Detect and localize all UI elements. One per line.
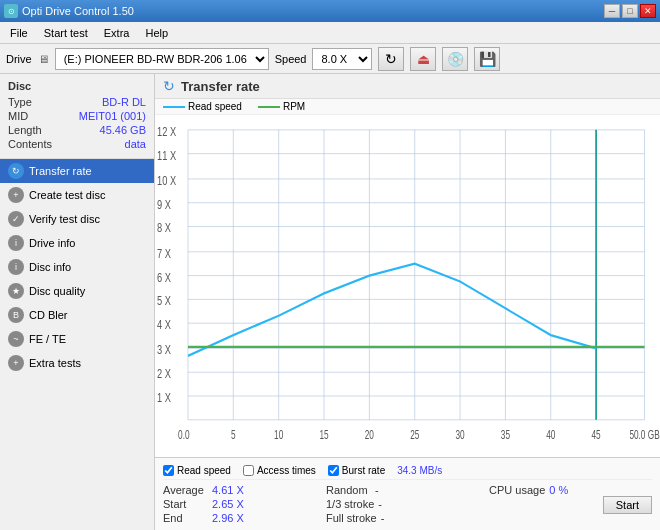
- disc-length-value: 45.46 GB: [100, 124, 146, 136]
- nav-create-test-disc[interactable]: + Create test disc: [0, 183, 154, 207]
- nav-icon-cd-bler: B: [8, 307, 24, 323]
- nav-icon-disc-info: i: [8, 259, 24, 275]
- menu-bar: File Start test Extra Help: [0, 22, 660, 44]
- chart-area: 12 X 11 X 10 X 9 X 8 X 7 X 6 X 5 X 4 X 3…: [155, 115, 660, 457]
- close-button[interactable]: ✕: [640, 4, 656, 18]
- svg-text:10: 10: [274, 429, 283, 442]
- nav-label-verify: Verify test disc: [29, 213, 100, 225]
- svg-text:3 X: 3 X: [157, 343, 171, 357]
- menu-extra[interactable]: Extra: [96, 25, 138, 41]
- chart-title: Transfer rate: [181, 79, 260, 94]
- speed-label: Speed: [275, 53, 307, 65]
- nav-icon-disc-quality: ★: [8, 283, 24, 299]
- nav-label-create-test: Create test disc: [29, 189, 105, 201]
- cpu-label: CPU usage: [489, 484, 545, 496]
- cb-access-times[interactable]: Access times: [243, 465, 316, 476]
- svg-text:8 X: 8 X: [157, 221, 171, 235]
- disc-section-title: Disc: [8, 80, 146, 92]
- drive-bar: Drive 🖥 (E:) PIONEER BD-RW BDR-206 1.06 …: [0, 44, 660, 74]
- end-value: 2.96 X: [212, 512, 244, 524]
- svg-text:4 X: 4 X: [157, 317, 171, 331]
- fullstroke-value: -: [381, 512, 385, 524]
- restore-button[interactable]: □: [622, 4, 638, 18]
- menu-help[interactable]: Help: [137, 25, 176, 41]
- stroke1-value: -: [378, 498, 382, 510]
- nav-icon-create-test: +: [8, 187, 24, 203]
- nav-icon-verify: ✓: [8, 211, 24, 227]
- menu-file[interactable]: File: [2, 25, 36, 41]
- sidebar: Disc Type BD-R DL MID MEIT01 (001) Lengt…: [0, 74, 155, 530]
- svg-text:12 X: 12 X: [157, 124, 176, 138]
- start-label: Start: [163, 498, 208, 510]
- nav-drive-info[interactable]: i Drive info: [0, 231, 154, 255]
- svg-text:40: 40: [546, 429, 555, 442]
- chart-legend: Read speed RPM: [155, 99, 660, 115]
- svg-text:35: 35: [501, 429, 510, 442]
- nav-icon-fe-te: ~: [8, 331, 24, 347]
- minimize-button[interactable]: ─: [604, 4, 620, 18]
- nav-label-disc-info: Disc info: [29, 261, 71, 273]
- svg-text:30: 30: [455, 429, 464, 442]
- disc-section: Disc Type BD-R DL MID MEIT01 (001) Lengt…: [0, 74, 154, 159]
- stats-area: Read speed Access times Burst rate 34.3 …: [155, 457, 660, 530]
- transfer-rate-chart: 12 X 11 X 10 X 9 X 8 X 7 X 6 X 5 X 4 X 3…: [155, 115, 660, 457]
- average-value: 4.61 X: [212, 484, 244, 496]
- svg-text:15: 15: [319, 429, 328, 442]
- legend-read-speed: Read speed: [163, 101, 242, 112]
- nav-icon-drive-info: i: [8, 235, 24, 251]
- nav-fe-te[interactable]: ~ FE / TE: [0, 327, 154, 351]
- svg-text:45: 45: [592, 429, 601, 442]
- drive-select[interactable]: (E:) PIONEER BD-RW BDR-206 1.06: [55, 48, 269, 70]
- svg-text:0.0: 0.0: [178, 429, 190, 442]
- svg-text:25: 25: [410, 429, 419, 442]
- nav-verify-test-disc[interactable]: ✓ Verify test disc: [0, 207, 154, 231]
- legend-rpm: RPM: [258, 101, 305, 112]
- speed-select[interactable]: 8.0 X: [312, 48, 372, 70]
- fullstroke-label: Full stroke: [326, 512, 377, 524]
- nav-transfer-rate[interactable]: ↻ Transfer rate: [0, 159, 154, 183]
- burn-button[interactable]: 💿: [442, 47, 468, 71]
- refresh-button[interactable]: ↻: [378, 47, 404, 71]
- svg-text:1 X: 1 X: [157, 390, 171, 404]
- cb-read-speed[interactable]: Read speed: [163, 465, 231, 476]
- svg-text:20: 20: [365, 429, 374, 442]
- nav-label-drive-info: Drive info: [29, 237, 75, 249]
- disc-type-value: BD-R DL: [102, 96, 146, 108]
- content-area: ↻ Transfer rate Read speed RPM 12 X 11 X…: [155, 74, 660, 530]
- nav-disc-info[interactable]: i Disc info: [0, 255, 154, 279]
- svg-text:5 X: 5 X: [157, 294, 171, 308]
- drive-label: Drive: [6, 53, 32, 65]
- svg-text:9 X: 9 X: [157, 197, 171, 211]
- nav-disc-quality[interactable]: ★ Disc quality: [0, 279, 154, 303]
- save-button[interactable]: 💾: [474, 47, 500, 71]
- svg-text:11 X: 11 X: [157, 148, 176, 162]
- svg-text:7 X: 7 X: [157, 246, 171, 260]
- disc-length-label: Length: [8, 124, 42, 136]
- disc-mid-label: MID: [8, 110, 28, 122]
- svg-rect-0: [155, 115, 660, 457]
- random-label: Random: [326, 484, 371, 496]
- nav-extra-tests[interactable]: + Extra tests: [0, 351, 154, 375]
- svg-text:6 X: 6 X: [157, 270, 171, 284]
- nav-label-extra-tests: Extra tests: [29, 357, 81, 369]
- chart-icon: ↻: [163, 78, 175, 94]
- nav-cd-bler[interactable]: B CD Bler: [0, 303, 154, 327]
- svg-text:10 X: 10 X: [157, 173, 176, 187]
- eject-button[interactable]: ⏏: [410, 47, 436, 71]
- disc-contents-label: Contents: [8, 138, 52, 150]
- random-value: -: [375, 484, 379, 496]
- end-label: End: [163, 512, 208, 524]
- cb-burst-rate[interactable]: Burst rate: [328, 465, 385, 476]
- svg-text:5: 5: [231, 429, 236, 442]
- nav-label-fe-te: FE / TE: [29, 333, 66, 345]
- title-bar: ⊙ Opti Drive Control 1.50 ─ □ ✕: [0, 0, 660, 22]
- disc-contents-value: data: [125, 138, 146, 150]
- checkboxes-row: Read speed Access times Burst rate 34.3 …: [163, 462, 652, 480]
- disc-mid-value: MEIT01 (001): [79, 110, 146, 122]
- menu-start-test[interactable]: Start test: [36, 25, 96, 41]
- app-title: Opti Drive Control 1.50: [22, 5, 134, 17]
- nav-icon-extra-tests: +: [8, 355, 24, 371]
- nav-label-transfer-rate: Transfer rate: [29, 165, 92, 177]
- nav-icon-transfer-rate: ↻: [8, 163, 24, 179]
- start-button[interactable]: Start: [603, 496, 652, 514]
